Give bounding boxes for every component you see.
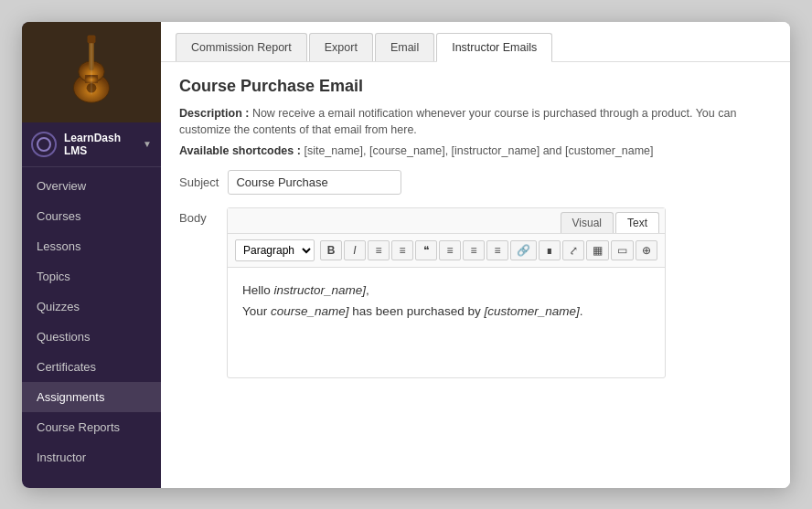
content-area: Course Purchase Email Description : Now … <box>161 62 790 488</box>
sidebar: LearnDash LMS ▼ Overview Courses Lessons… <box>22 22 161 488</box>
description-text: Now receive a email notification wheneve… <box>179 107 736 137</box>
align-center-button[interactable]: ≡ <box>463 240 485 260</box>
body-label: Body <box>179 207 216 225</box>
editor-tabs: Visual Text <box>228 208 665 234</box>
brand-name: LearnDash LMS <box>64 132 135 157</box>
page-title: Course Purchase Email <box>179 77 772 96</box>
tab-commission-report[interactable]: Commission Report <box>176 33 307 61</box>
link-button[interactable]: 🔗 <box>510 240 537 260</box>
editor-purchased-mid: has been purchased by <box>349 304 485 318</box>
editor-hello-pre: Hello <box>242 283 274 297</box>
sidebar-item-assignments[interactable]: Assignments <box>22 382 161 412</box>
svg-rect-6 <box>88 35 96 43</box>
sidebar-item-certificates[interactable]: Certificates <box>22 352 161 382</box>
editor-toolbar: Paragraph B I ≡ ≡ ❝ ≡ ≡ ≡ 🔗 ∎ ⤤ ▦ <box>228 234 665 268</box>
sidebar-item-overview[interactable]: Overview <box>22 171 161 201</box>
sidebar-item-course-reports[interactable]: Course Reports <box>22 412 161 442</box>
sidebar-item-quizzes[interactable]: Quizzes <box>22 292 161 322</box>
tab-instructor-emails[interactable]: Instructor Emails <box>436 33 552 62</box>
ordered-list-button[interactable]: ≡ <box>391 240 413 260</box>
app-window: LearnDash LMS ▼ Overview Courses Lessons… <box>22 22 790 488</box>
brand-icon <box>31 132 57 157</box>
shortcodes-line: Available shortcodes : [site_name], [cou… <box>179 144 772 157</box>
sidebar-item-topics[interactable]: Topics <box>22 261 161 292</box>
tabs-bar: Commission Report Export Email Instructo… <box>161 22 790 62</box>
editor-line-2: Your course_name] has been purchased by … <box>242 302 650 323</box>
editor-tab-text[interactable]: Text <box>615 212 659 233</box>
sidebar-item-courses[interactable]: Courses <box>22 201 161 231</box>
blockquote-button[interactable]: ❝ <box>415 240 437 260</box>
more-button[interactable]: ⊕ <box>636 240 657 260</box>
italic-button[interactable]: I <box>344 240 366 260</box>
description-line: Description : Now receive a email notifi… <box>179 105 772 140</box>
editor-line-1: Hello instructor_name], <box>242 281 650 302</box>
shortcodes-text: [site_name], [course_name], [instructor_… <box>304 144 653 157</box>
embed-button[interactable]: ▭ <box>611 240 634 260</box>
sidebar-logo <box>22 22 161 122</box>
tab-export[interactable]: Export <box>309 33 373 61</box>
subject-label: Subject <box>179 175 219 189</box>
table-button[interactable]: ∎ <box>539 240 561 260</box>
sidebar-brand[interactable]: LearnDash LMS ▼ <box>22 122 161 167</box>
editor-course-name: course_name] <box>271 304 349 318</box>
sidebar-item-instructor[interactable]: Instructor <box>22 442 161 472</box>
editor-container: Visual Text Paragraph B I ≡ ≡ ❝ ≡ ≡ <box>227 207 666 378</box>
unordered-list-button[interactable]: ≡ <box>368 240 390 260</box>
media-button[interactable]: ▦ <box>586 240 609 260</box>
sidebar-nav: Overview Courses Lessons Topics Quizzes … <box>22 167 161 488</box>
body-label-row: Body Visual Text Paragraph B I ≡ ≡ <box>179 207 772 378</box>
brand-icon-inner <box>37 137 51 152</box>
guitar-logo-icon <box>64 31 119 104</box>
bold-button[interactable]: B <box>320 240 342 260</box>
editor-body[interactable]: Hello instructor_name], Your course_name… <box>228 268 665 377</box>
align-left-button[interactable]: ≡ <box>439 240 461 260</box>
editor-instructor-name: instructor_name] <box>274 283 367 297</box>
dropdown-arrow-icon: ▼ <box>143 139 152 149</box>
subject-row: Subject <box>179 170 772 195</box>
editor-tab-visual[interactable]: Visual <box>561 212 614 233</box>
editor-customer-name: [customer_name] <box>484 304 579 318</box>
sidebar-item-questions[interactable]: Questions <box>22 322 161 352</box>
main-content: Commission Report Export Email Instructo… <box>161 22 790 488</box>
editor-hello-post: , <box>366 283 369 297</box>
editor-your-pre: Your <box>242 304 271 318</box>
fullscreen-button[interactable]: ⤤ <box>562 240 584 260</box>
description-label: Description : <box>179 107 249 120</box>
shortcodes-label: Available shortcodes : <box>179 144 301 157</box>
sidebar-item-lessons[interactable]: Lessons <box>22 231 161 261</box>
align-right-button[interactable]: ≡ <box>486 240 508 260</box>
editor-period: . <box>580 304 583 318</box>
tab-email[interactable]: Email <box>375 33 434 61</box>
format-select[interactable]: Paragraph <box>235 239 315 261</box>
subject-input[interactable] <box>228 170 401 195</box>
